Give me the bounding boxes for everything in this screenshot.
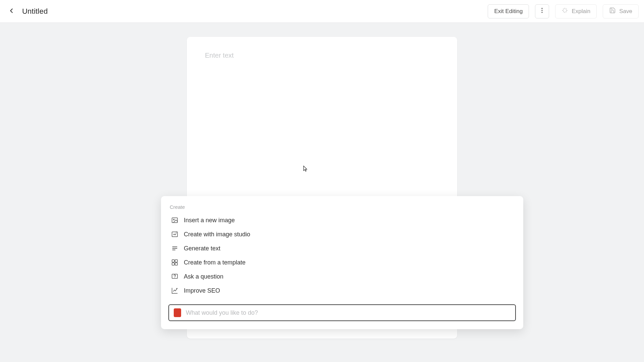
save-icon [609,7,616,15]
cmd-label: Ask a question [184,273,223,280]
exit-editing-label: Exit Editing [494,8,523,15]
svg-rect-3 [172,218,178,223]
kebab-icon [539,7,545,15]
topbar: Untitled Exit Editing Explain Save [0,0,644,23]
command-input[interactable] [186,309,511,316]
seo-icon [171,287,178,294]
command-panel: Create Insert a new image Create with im… [161,196,523,329]
save-button[interactable]: Save [603,4,639,18]
cmd-label: Create from a template [184,259,246,266]
cmd-label: Insert a new image [184,217,235,224]
svg-rect-10 [175,260,177,262]
document-title[interactable]: Untitled [22,7,48,16]
more-menu-button[interactable] [535,4,549,18]
image-icon [171,217,178,224]
save-label: Save [619,8,632,15]
cmd-image-studio[interactable]: Create with image studio [168,227,516,241]
back-button[interactable] [7,7,16,16]
cmd-label: Create with image studio [184,231,250,238]
cmd-label: Generate text [184,245,220,252]
text-lines-icon [171,245,178,252]
command-list: Insert a new image Create with image stu… [168,213,516,298]
svg-point-2 [542,12,543,13]
cmd-label: Improve SEO [184,287,220,294]
svg-point-14 [174,277,175,278]
svg-point-1 [542,10,543,11]
command-section-label: Create [170,204,516,210]
explain-label: Explain [572,8,590,15]
svg-point-0 [542,8,543,9]
cmd-generate-text[interactable]: Generate text [168,241,516,255]
command-input-container[interactable] [168,304,516,321]
cmd-improve-seo[interactable]: Improve SEO [168,284,516,298]
cmd-insert-image[interactable]: Insert a new image [168,213,516,227]
svg-rect-11 [172,263,174,265]
explain-button[interactable]: Explain [555,4,597,18]
cmd-create-template[interactable]: Create from a template [168,255,516,269]
svg-rect-12 [175,263,177,265]
image-studio-icon [171,231,178,238]
svg-point-4 [173,219,174,220]
document-placeholder: Enter text [205,52,439,59]
sparkle-icon [561,7,568,15]
chevron-left-icon [8,7,15,16]
ai-chip-icon [174,308,181,317]
template-icon [171,259,178,266]
exit-editing-button[interactable]: Exit Editing [488,4,529,18]
cmd-ask-question[interactable]: Ask a question [168,269,516,284]
svg-rect-9 [172,260,174,262]
question-icon [171,273,178,280]
